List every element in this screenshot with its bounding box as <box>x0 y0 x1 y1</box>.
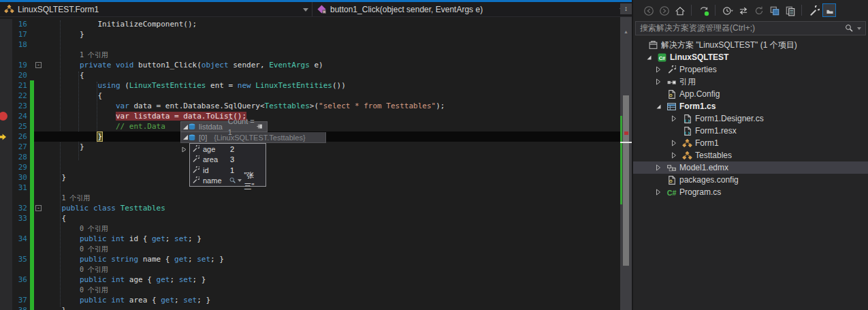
code-line[interactable]: 32- public class Testtables <box>0 203 620 213</box>
breakpoint-margin[interactable] <box>0 19 12 29</box>
codelens-row[interactable]: 0 个引用 <box>0 223 620 234</box>
fold-gutter[interactable] <box>34 121 44 131</box>
codelens-references-link[interactable]: 0 个引用 <box>80 245 108 253</box>
scrollbar-thumb[interactable] <box>623 95 629 266</box>
code-line[interactable]: 35 public string name { get; set; } <box>0 254 620 264</box>
tree-item-app-config[interactable]: App.Config <box>633 88 868 100</box>
search-icon[interactable] <box>844 23 854 33</box>
datatip-property-row[interactable]: name"张三" <box>190 176 266 187</box>
datatip-property-row[interactable]: age2 <box>190 144 266 155</box>
collapsed-triangle-icon[interactable] <box>667 112 681 125</box>
code-line[interactable]: 28 <box>0 152 620 162</box>
breakpoint-margin[interactable] <box>0 40 12 50</box>
breakpoint-margin[interactable] <box>0 142 12 152</box>
breakpoint-margin[interactable] <box>0 213 12 223</box>
collapsed-triangle-icon[interactable] <box>652 186 665 198</box>
fold-gutter[interactable] <box>34 131 44 142</box>
breakpoint-margin[interactable] <box>0 131 12 142</box>
toolbar-back-button[interactable] <box>641 3 655 17</box>
tree-item-references[interactable]: 引用 <box>633 76 868 88</box>
code-line[interactable]: 37 public int area { get; set; } <box>0 295 620 305</box>
solution-explorer-search-box[interactable]: 搜索解决方案资源管理器(Ctrl+;) <box>635 21 866 35</box>
codelens-references-link[interactable]: 1 个引用 <box>80 51 108 59</box>
codelens-references-link[interactable]: 0 个引用 <box>80 266 108 273</box>
fold-gutter[interactable] <box>34 40 44 50</box>
breakpoint-margin[interactable] <box>0 60 12 70</box>
tree-item-program-cs[interactable]: C#Program.cs <box>633 186 868 198</box>
code-line[interactable]: 29 <box>0 162 620 172</box>
fold-gutter[interactable] <box>34 223 44 234</box>
fold-gutter[interactable] <box>34 264 44 275</box>
fold-gutter[interactable] <box>34 142 44 152</box>
tree-item-form1-designer-cs[interactable]: Form1.Designer.cs <box>633 112 868 125</box>
breakpoint-margin[interactable] <box>0 264 12 275</box>
tree-item-form1-resx[interactable]: Form1.resx <box>633 125 868 137</box>
raw-view-expander-icon[interactable] <box>182 146 187 153</box>
code-line[interactable]: 27 } <box>0 142 620 152</box>
codelens-references-link[interactable]: 0 个引用 <box>80 286 108 294</box>
tree-item-solution[interactable]: 解决方案 "LinuxSQLTEST" (1 个项目) <box>633 39 868 51</box>
scroll-up-arrow[interactable]: ▲ <box>620 29 632 34</box>
tree-item-packages-config[interactable]: packages.config <box>633 174 868 186</box>
toolbar-preview-selected-items-button[interactable] <box>822 3 836 17</box>
toolbar-collapse-all-button[interactable] <box>767 3 781 17</box>
code-line[interactable]: 23 var data = ent.Database.SqlQuery<Test… <box>0 101 620 111</box>
fold-gutter[interactable]: - <box>34 60 44 70</box>
collapsed-triangle-icon[interactable] <box>652 76 665 88</box>
toolbar-pending-changes-filter-button[interactable] <box>720 3 734 17</box>
expanded-triangle-icon[interactable] <box>642 51 656 63</box>
toolbar-properties-wrench-button[interactable] <box>807 3 820 17</box>
breakpoint-margin[interactable] <box>0 285 12 295</box>
codelens-references-link[interactable]: 0 个引用 <box>80 225 108 232</box>
code-editor[interactable]: 16 InitializeComponent();17 }18 1 个引用19-… <box>0 17 620 310</box>
code-line[interactable]: 34 public int id { get; set; } <box>0 234 620 244</box>
tree-item-model1-edmx[interactable]: Model1.edmx <box>633 161 868 174</box>
breakpoint-margin[interactable] <box>0 295 12 305</box>
breakpoint-margin[interactable] <box>0 101 12 111</box>
fold-gutter[interactable] <box>34 29 44 40</box>
expanded-triangle-icon[interactable] <box>183 125 188 129</box>
breakpoint-margin[interactable] <box>0 80 12 91</box>
codelens-row[interactable]: 0 个引用 <box>0 264 620 275</box>
fold-gutter[interactable] <box>34 101 44 111</box>
fold-gutter[interactable] <box>34 285 44 295</box>
type-dropdown[interactable]: LinuxSQLTEST.Form1 <box>0 2 312 16</box>
breakpoint-icon[interactable] <box>0 112 7 121</box>
codelens-row[interactable]: 0 个引用 <box>0 244 620 254</box>
breakpoint-margin[interactable] <box>0 193 12 203</box>
toolbar-home-button[interactable] <box>673 3 686 17</box>
fold-gutter[interactable] <box>34 172 44 183</box>
breakpoint-margin[interactable] <box>0 183 12 193</box>
breakpoint-margin[interactable] <box>0 172 12 183</box>
breakpoint-margin[interactable] <box>0 223 12 234</box>
fold-gutter[interactable] <box>34 234 44 244</box>
editor-vertical-scrollbar[interactable]: ↕ ▲ <box>620 17 632 310</box>
codelens-row[interactable]: 0 个引用 <box>0 285 620 295</box>
pin-icon[interactable] <box>256 123 264 131</box>
breakpoint-margin[interactable] <box>0 29 12 40</box>
breakpoint-margin[interactable] <box>0 111 12 121</box>
fold-gutter[interactable] <box>34 91 44 101</box>
fold-gutter[interactable] <box>34 111 44 121</box>
toolbar-refresh-button[interactable] <box>752 3 765 17</box>
fold-gutter[interactable] <box>34 275 44 285</box>
code-line[interactable]: 22 { <box>0 91 620 101</box>
breakpoint-margin[interactable] <box>0 254 12 264</box>
expanded-triangle-icon[interactable] <box>652 100 665 112</box>
fold-gutter[interactable] <box>34 244 44 254</box>
fold-gutter[interactable] <box>34 213 44 223</box>
collapsed-triangle-icon[interactable] <box>652 161 665 174</box>
breakpoint-margin[interactable] <box>0 275 12 285</box>
fold-gutter[interactable] <box>34 183 44 193</box>
toolbar-show-all-files-button[interactable] <box>783 3 797 17</box>
fold-gutter[interactable] <box>34 50 44 60</box>
toolbar-forward-button[interactable] <box>657 3 671 17</box>
code-line[interactable]: 16 InitializeComponent(); <box>0 19 620 29</box>
codelens-row[interactable]: 1 个引用 <box>0 193 620 203</box>
fold-gutter[interactable] <box>34 254 44 264</box>
code-line[interactable]: 18 <box>0 40 620 50</box>
chevron-down-icon[interactable] <box>238 179 242 182</box>
breakpoint-margin[interactable] <box>0 152 12 162</box>
fold-gutter[interactable] <box>34 193 44 203</box>
breakpoint-margin[interactable] <box>0 162 12 172</box>
